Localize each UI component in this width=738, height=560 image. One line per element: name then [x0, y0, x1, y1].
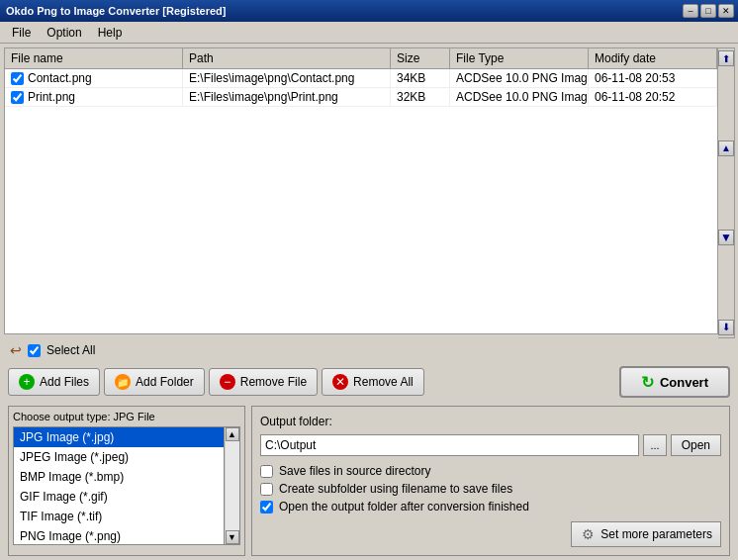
- remove-all-button[interactable]: ✕ Remove All: [322, 368, 424, 396]
- bottom-panel: Choose output type: JPG File JPG Image (…: [4, 402, 734, 560]
- output-type-list[interactable]: JPG Image (*.jpg) JPEG Image (*.jpeg) BM…: [13, 426, 240, 545]
- file-cell-path-0: E:\Files\image\png\Contact.png: [183, 69, 391, 87]
- title-bar: Okdo Png to Image Converter [Registered]…: [0, 0, 738, 22]
- convert-label: Convert: [660, 375, 708, 390]
- file-panel-wrapper: File name Path Size File Type Modify dat…: [4, 47, 734, 338]
- params-btn-label: Set more parameters: [600, 527, 712, 541]
- arrow-bottom-button[interactable]: ⬇: [718, 320, 734, 335]
- remove-file-button[interactable]: − Remove File: [209, 368, 318, 396]
- add-files-button[interactable]: + Add Files: [8, 368, 100, 396]
- file-name-1: Print.png: [28, 90, 75, 104]
- option-open-after: Open the output folder after conversion …: [260, 500, 721, 513]
- col-path: Path: [183, 48, 391, 68]
- close-button[interactable]: ✕: [718, 4, 734, 18]
- add-files-label: Add Files: [40, 375, 89, 389]
- add-folder-label: Add Folder: [136, 375, 194, 389]
- maximize-button[interactable]: □: [700, 4, 716, 18]
- select-all-checkbox[interactable]: [28, 344, 41, 357]
- table-row: Contact.png E:\Files\image\png\Contact.p…: [5, 69, 717, 88]
- browse-button[interactable]: ...: [643, 434, 666, 456]
- table-row: Print.png E:\Files\image\png\Print.png 3…: [5, 88, 717, 107]
- file-list-body: Contact.png E:\Files\image\png\Contact.p…: [5, 69, 717, 333]
- col-filetype: File Type: [450, 48, 589, 68]
- output-type-panel: Choose output type: JPG File JPG Image (…: [8, 406, 245, 556]
- menu-bar: File Option Help: [0, 22, 738, 44]
- menu-file[interactable]: File: [4, 24, 39, 42]
- file-cell-type-1: ACDSee 10.0 PNG Image: [450, 88, 589, 106]
- window-controls: – □ ✕: [683, 4, 734, 18]
- file-checkbox-1[interactable]: [11, 91, 24, 104]
- list-item[interactable]: BMP Image (*.bmp): [14, 467, 239, 487]
- file-cell-path-1: E:\Files\image\png\Print.png: [183, 88, 391, 106]
- scroll-down-button[interactable]: ▼: [226, 530, 239, 544]
- file-name-0: Contact.png: [28, 71, 92, 85]
- file-cell-date-1: 06-11-08 20:52: [589, 88, 717, 106]
- file-cell-size-0: 34KB: [391, 69, 450, 87]
- minimize-button[interactable]: –: [683, 4, 698, 18]
- scroll-up-button[interactable]: ▲: [226, 427, 239, 441]
- toolbar-row: + Add Files 📁 Add Folder − Remove File ✕…: [4, 362, 734, 402]
- arrow-top-button[interactable]: ⬆: [718, 50, 734, 66]
- app-title: Okdo Png to Image Converter [Registered]: [6, 5, 226, 17]
- open-folder-button[interactable]: Open: [671, 434, 721, 456]
- file-cell-name-1: Print.png: [5, 88, 183, 106]
- option-create-subfolder: Create subfolder using filename to save …: [260, 482, 721, 496]
- output-type-label: Choose output type: JPG File: [13, 411, 240, 422]
- gear-icon: ⚙: [580, 526, 596, 542]
- arrow-down-button[interactable]: ▼: [718, 230, 734, 245]
- move-icon: ↩: [10, 342, 22, 358]
- remove-all-label: Remove All: [353, 375, 414, 389]
- file-cell-type-0: ACDSee 10.0 PNG Image: [450, 69, 589, 87]
- list-item[interactable]: TIF Image (*.tif): [14, 507, 239, 526]
- list-item[interactable]: GIF Image (*.gif): [14, 487, 239, 507]
- add-files-icon: +: [19, 374, 35, 390]
- save-source-checkbox[interactable]: [260, 465, 273, 478]
- open-after-checkbox[interactable]: [260, 501, 273, 513]
- folder-input-row: ... Open: [260, 434, 721, 456]
- folder-path-input[interactable]: [260, 434, 639, 456]
- save-source-label: Save files in source directory: [279, 464, 430, 478]
- add-folder-icon: 📁: [115, 374, 131, 390]
- remove-all-icon: ✕: [332, 374, 348, 390]
- col-size: Size: [391, 48, 450, 68]
- side-arrows: ⬆ ▲ ▼ ⬇: [718, 47, 735, 338]
- output-folder-panel: Output folder: ... Open Save files in so…: [251, 406, 730, 556]
- select-all-row: ↩ Select All: [4, 338, 734, 362]
- col-moddate: Modify date: [589, 48, 717, 68]
- main-content: File name Path Size File Type Modify dat…: [0, 44, 738, 560]
- convert-button[interactable]: ↻ Convert: [619, 366, 730, 398]
- menu-option[interactable]: Option: [39, 24, 89, 42]
- file-list-panel: File name Path Size File Type Modify dat…: [4, 47, 718, 334]
- file-list-header: File name Path Size File Type Modify dat…: [5, 48, 717, 69]
- set-params-button[interactable]: ⚙ Set more parameters: [571, 521, 721, 547]
- list-item[interactable]: JPG Image (*.jpg): [14, 427, 239, 447]
- output-folder-label: Output folder:: [260, 415, 721, 428]
- menu-help[interactable]: Help: [90, 24, 131, 42]
- add-folder-button[interactable]: 📁 Add Folder: [104, 368, 205, 396]
- file-cell-size-1: 32KB: [391, 88, 450, 106]
- file-checkbox-0[interactable]: [11, 72, 24, 85]
- list-item[interactable]: PNG Image (*.png): [14, 526, 239, 545]
- list-scrollbar: ▲ ▼: [224, 427, 239, 544]
- list-item[interactable]: JPEG Image (*.jpeg): [14, 447, 239, 467]
- open-after-label: Open the output folder after conversion …: [279, 500, 529, 513]
- select-all-label: Select All: [46, 343, 95, 357]
- arrow-up-button[interactable]: ▲: [718, 140, 734, 156]
- file-cell-name-0: Contact.png: [5, 69, 183, 87]
- col-filename: File name: [5, 48, 183, 68]
- create-subfolder-checkbox[interactable]: [260, 483, 273, 496]
- convert-icon: ↻: [641, 373, 654, 392]
- option-save-source: Save files in source directory: [260, 464, 721, 478]
- remove-file-icon: −: [220, 374, 235, 390]
- file-cell-date-0: 06-11-08 20:53: [589, 69, 717, 87]
- remove-file-label: Remove File: [240, 375, 307, 389]
- create-subfolder-label: Create subfolder using filename to save …: [279, 482, 512, 496]
